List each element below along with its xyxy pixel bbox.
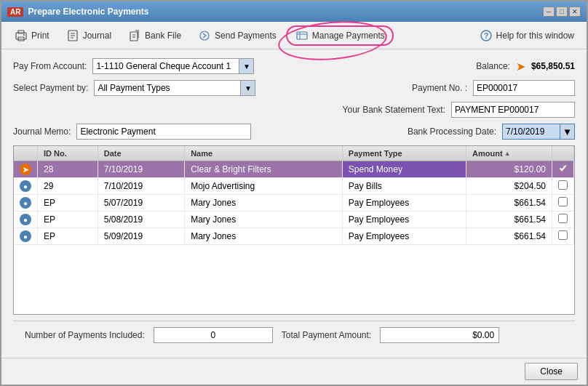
table-header-row: ID No. Date Name Payment Type Amount ▲ — [14, 146, 574, 161]
journal-memo-label: Journal Memo: — [13, 126, 71, 137]
balance-label: Balance: — [476, 61, 510, 71]
row-checkbox[interactable] — [558, 214, 568, 223]
payment-type-input[interactable] — [95, 81, 240, 95]
col-payment-type: Payment Type — [342, 146, 466, 161]
maximize-button[interactable]: □ — [556, 7, 568, 17]
send-payments-button[interactable]: Send Payments — [191, 25, 283, 46]
account-dropdown-button[interactable]: ▼ — [239, 59, 253, 73]
table-row[interactable]: ● EP 5/08/2019 Mary Jones Pay Employees … — [14, 212, 574, 228]
total-amount-label: Total Payment Amount: — [282, 330, 371, 340]
row-date: 5/09/2019 — [98, 228, 184, 245]
col-checkbox — [552, 146, 574, 161]
row-amount: $661.54 — [466, 228, 552, 245]
row-name: Mary Jones — [185, 212, 343, 228]
num-payments-input[interactable] — [154, 327, 273, 343]
row-icon-cell: ● — [14, 178, 38, 195]
row-date: 5/08/2019 — [98, 212, 184, 228]
bank-processing-date-input[interactable] — [502, 124, 560, 140]
manage-payments-icon — [295, 28, 309, 43]
row-checkbox-cell[interactable] — [552, 161, 574, 178]
journal-memo-input[interactable] — [76, 124, 251, 140]
pay-from-row: Pay From Account: ▼ Balance: ➤ $65,850.5… — [13, 58, 575, 74]
svg-rect-12 — [297, 32, 307, 39]
row-id: EP — [38, 195, 98, 212]
row-id: 28 — [38, 161, 98, 178]
payment-no-label: Payment No. : — [412, 83, 467, 93]
payments-table-container: ID No. Date Name Payment Type Amount ▲ — [13, 145, 575, 315]
title-bar-controls: ─ □ ✕ — [543, 7, 581, 17]
bank-file-button[interactable]: Bank File — [121, 25, 188, 46]
balance-value: $65,850.51 — [531, 61, 575, 71]
row-checkbox[interactable] — [558, 230, 568, 240]
row-checkbox[interactable] — [558, 180, 568, 190]
pay-from-account-input[interactable] — [93, 60, 239, 73]
row-date: 5/07/2019 — [98, 195, 184, 212]
row-icon-cell: ● — [14, 212, 38, 228]
journal-memo-row: Journal Memo: Bank Processing Date: ▼ — [13, 124, 575, 140]
payment-no-input[interactable] — [473, 80, 575, 96]
col-icon — [14, 146, 38, 161]
row-circle-icon: ● — [20, 180, 31, 192]
row-checkbox-cell[interactable] — [552, 178, 574, 195]
balance-arrow-icon: ➤ — [516, 60, 525, 73]
sort-asc-icon: ▲ — [504, 150, 511, 157]
col-date: Date — [98, 146, 184, 161]
journal-button[interactable]: Journal — [59, 25, 118, 46]
row-checkbox[interactable] — [558, 164, 568, 173]
app-badge: AR — [7, 7, 23, 17]
row-payment-type: Pay Employees — [342, 195, 466, 212]
table-row[interactable]: ● 29 7/10/2019 Mojo Advertising Pay Bill… — [14, 178, 574, 195]
row-id: EP — [38, 212, 98, 228]
manage-payments-label: Manage Payments — [312, 31, 385, 41]
close-window-button[interactable]: ✕ — [569, 7, 581, 17]
bank-processing-label: Bank Processing Date: — [408, 126, 496, 137]
table-row[interactable]: ● EP 5/09/2019 Mary Jones Pay Employees … — [14, 228, 574, 245]
row-date: 7/10/2019 — [98, 161, 184, 178]
print-label: Print — [31, 31, 49, 41]
row-payment-type: Pay Bills — [342, 178, 466, 195]
row-checkbox-cell[interactable] — [552, 212, 574, 228]
row-amount: $120.00 — [466, 161, 552, 178]
journal-icon — [65, 28, 80, 43]
bank-statement-label: Your Bank Statement Text: — [343, 105, 445, 115]
help-button[interactable]: ? Help for this window — [472, 25, 581, 46]
table-row[interactable]: ➤ 28 7/10/2019 Clear & Bright Filters Sp… — [14, 161, 574, 178]
row-checkbox-cell[interactable] — [552, 228, 574, 245]
help-label: Help for this window — [496, 31, 574, 41]
row-name: Mojo Advertising — [185, 178, 343, 195]
svg-rect-8 — [130, 32, 138, 41]
bank-file-icon — [127, 28, 142, 43]
payments-table: ID No. Date Name Payment Type Amount ▲ — [14, 146, 574, 245]
row-id: 29 — [38, 178, 98, 195]
date-input-wrapper: ▼ — [502, 124, 575, 140]
close-button[interactable]: Close — [525, 363, 578, 380]
pay-from-label: Pay From Account: — [13, 61, 87, 71]
table-row[interactable]: ● EP 5/07/2019 Mary Jones Pay Employees … — [14, 195, 574, 212]
svg-rect-2 — [18, 31, 24, 33]
date-picker-button[interactable]: ▼ — [560, 124, 575, 140]
payment-type-dropdown[interactable]: ▼ — [240, 81, 255, 95]
bank-statement-input[interactable] — [451, 102, 575, 118]
manage-payments-button[interactable]: Manage Payments — [286, 25, 394, 46]
main-window: AR Prepare Electronic Payments ─ □ ✕ Pri… — [0, 0, 588, 386]
svg-point-3 — [23, 34, 25, 36]
send-payments-icon — [197, 28, 212, 43]
select-payment-label: Select Payment by: — [13, 83, 88, 93]
row-name: Clear & Bright Filters — [185, 161, 343, 178]
minimize-button[interactable]: ─ — [543, 7, 555, 17]
row-amount: $661.54 — [466, 195, 552, 212]
row-checkbox-cell[interactable] — [552, 195, 574, 212]
row-date: 7/10/2019 — [98, 178, 184, 195]
toolbar: Print Journal Bank File Send Payments Ma… — [1, 22, 587, 49]
row-checkbox[interactable] — [558, 197, 568, 206]
num-payments-label: Number of Payments Included: — [25, 330, 145, 340]
svg-text:?: ? — [483, 31, 488, 40]
row-icon-cell: ➤ — [14, 161, 38, 178]
print-button[interactable]: Print — [7, 25, 56, 46]
row-icon-cell: ● — [14, 228, 38, 245]
bank-statement-row: Your Bank Statement Text: — [13, 102, 575, 118]
row-circle-icon: ● — [20, 230, 31, 242]
col-amount[interactable]: Amount ▲ — [466, 146, 552, 161]
row-circle-icon: ● — [20, 214, 31, 225]
total-amount-input[interactable] — [380, 327, 499, 343]
